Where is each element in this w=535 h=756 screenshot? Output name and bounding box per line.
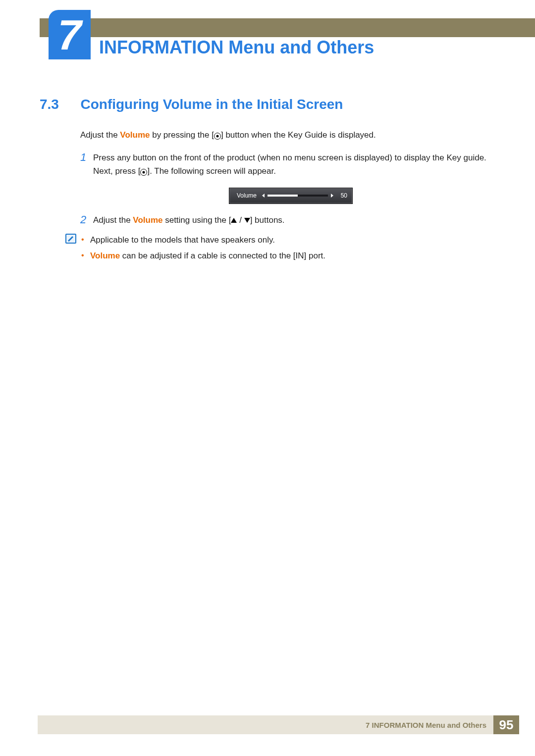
intro-bold: Volume (120, 130, 150, 140)
step-2: 2 Adjust the Volume setting using the [ … (80, 214, 501, 227)
osd-left-arrow-icon (262, 194, 265, 198)
circle-button-icon (140, 166, 147, 179)
step-1-text: Press any button on the front of the pro… (93, 151, 501, 179)
intro-pre: Adjust the (80, 130, 120, 140)
section-title: Configuring Volume in the Initial Screen (80, 97, 343, 112)
note-list: Applicable to the models that have speak… (80, 234, 501, 266)
slash: / (237, 215, 244, 225)
body-content: Adjust the Volume by pressing the [] but… (80, 129, 501, 266)
section-heading: 7.3 Configuring Volume in the Initial Sc… (40, 97, 505, 112)
note-block: Applicable to the models that have speak… (80, 234, 501, 266)
circle-button-icon (214, 130, 221, 143)
step2-a: Adjust the (93, 215, 133, 225)
osd-slider (268, 195, 328, 197)
chapter-tab: 7 (49, 10, 91, 59)
step-1: 1 Press any button on the front of the p… (80, 151, 501, 179)
osd-right-arrow-icon (331, 194, 333, 198)
step2-bold: Volume (133, 215, 162, 225)
note-item-2-rest: can be adjusted if a cable is connected … (120, 251, 325, 260)
footer-text: 7 INFORMATION Menu and Others (38, 715, 493, 734)
intro-post-a: by pressing the [ (150, 130, 214, 140)
step2-b: setting using the [ (162, 215, 231, 225)
intro-paragraph: Adjust the Volume by pressing the [] but… (80, 129, 501, 143)
footer: 7 INFORMATION Menu and Others 95 (38, 715, 519, 734)
chapter-number: 7 (49, 10, 91, 59)
step-1-number: 1 (80, 151, 93, 179)
note-item-1: Applicable to the models that have speak… (90, 234, 501, 247)
osd-label: Volume (234, 191, 259, 201)
section-number: 7.3 (40, 97, 78, 112)
note-item-2: Volume can be adjusted if a cable is con… (90, 250, 501, 262)
up-triangle-icon (231, 218, 237, 223)
step-2-number: 2 (80, 214, 93, 227)
step1-b: ]. The following screen will appear. (147, 166, 276, 176)
footer-page-number: 95 (493, 715, 519, 734)
step2-c: ] buttons. (250, 215, 285, 225)
osd-screenshot: Volume 50 (80, 188, 501, 204)
osd-panel: Volume 50 (229, 188, 353, 204)
chapter-title: INFORMATION Menu and Others (99, 37, 374, 58)
osd-slider-fill (268, 195, 298, 197)
note-icon (65, 234, 78, 266)
step-2-text: Adjust the Volume setting using the [ / … (93, 214, 501, 227)
header-band (40, 18, 535, 37)
osd-value: 50 (336, 191, 347, 201)
down-triangle-icon (244, 218, 250, 223)
note-item-2-bold: Volume (90, 251, 120, 260)
intro-post-b: ] button when the Key Guide is displayed… (221, 130, 376, 140)
